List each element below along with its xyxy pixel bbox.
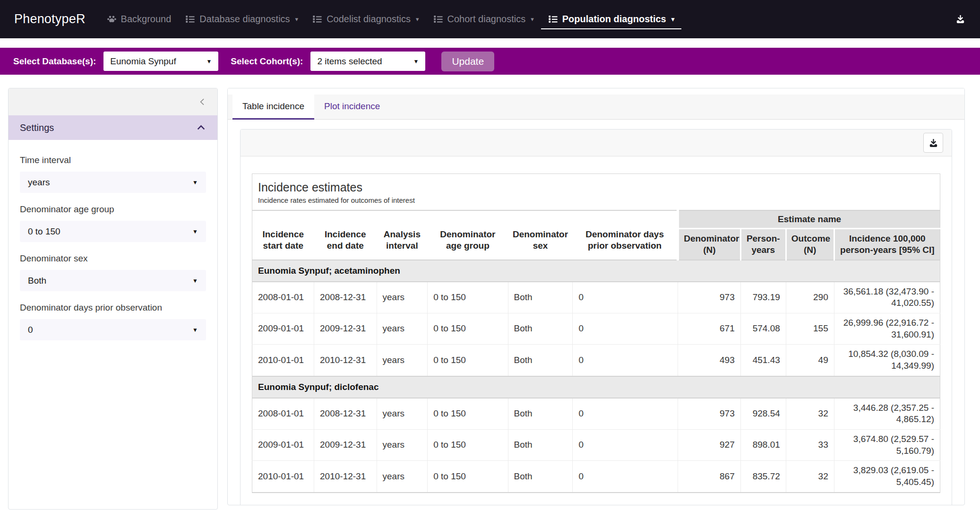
table-cell: 36,561.18 (32,473.90 - 41,020.55)	[834, 282, 940, 313]
column-header: Incidence end date	[314, 210, 377, 260]
table-row: 2008-01-012008-12-31years0 to 150Both097…	[252, 282, 940, 313]
cohort-select[interactable]: 2 items selected ▼	[310, 52, 425, 71]
list-icon	[185, 14, 195, 24]
column-header: Outcome (N)	[786, 229, 834, 260]
table-cell: years	[377, 430, 428, 461]
table-cell: 2010-01-01	[252, 461, 314, 493]
table-cell: 32	[786, 398, 834, 430]
table-title: Incidence estimates	[252, 174, 940, 196]
tab-strip-padding	[228, 88, 964, 95]
incidence-table: Incidence estimates Incidence rates esti…	[252, 173, 940, 493]
tab-plot-incidence[interactable]: Plot incidence	[314, 95, 390, 120]
table-download-button[interactable]	[923, 133, 943, 153]
select-database-label: Select Database(s):	[13, 56, 96, 67]
nav-item-label: Population diagnostics	[562, 14, 666, 25]
table-row: 2008-01-012008-12-31years0 to 150Both097…	[252, 398, 940, 430]
caret-down-icon: ▾	[416, 16, 419, 23]
table-cell: 3,446.28 (2,357.25 - 4,865.12)	[834, 398, 940, 430]
table-row: 2010-01-012010-12-31years0 to 150Both086…	[252, 461, 940, 493]
setting-select-value: Both	[28, 276, 46, 286]
column-header: Person-years	[740, 229, 786, 260]
column-header: Analysis interval	[377, 210, 428, 260]
sidebar-collapse-button[interactable]	[198, 97, 207, 106]
setting-select-value: 0 to 150	[28, 226, 60, 237]
table-cell: 671	[678, 313, 740, 344]
settings-accordion-header[interactable]: Settings	[9, 115, 217, 140]
list-icon	[548, 14, 558, 24]
nav-item-codelist-diagnostics[interactable]: Codelist diagnostics▾	[305, 9, 426, 29]
table-cell: years	[377, 461, 428, 493]
table-row: 2009-01-012009-12-31years0 to 150Both067…	[252, 313, 940, 344]
table-cell: 574.08	[740, 313, 786, 344]
settings-body: Time intervalyears▼Denominator age group…	[9, 140, 217, 352]
table-row: 2010-01-012010-12-31years0 to 150Both049…	[252, 345, 940, 376]
download-icon	[928, 138, 939, 148]
settings-sidebar: Settings Time intervalyears▼Denominator …	[8, 88, 218, 510]
table-cell: 0	[573, 345, 678, 376]
nav-item-population-diagnostics[interactable]: Population diagnostics▾	[541, 9, 682, 29]
table-cell: 2010-12-31	[314, 345, 377, 376]
table-cell: 26,999.96 (22,916.72 - 31,600.91)	[834, 313, 940, 344]
table-cell: 898.01	[740, 430, 786, 461]
table-cell: 0 to 150	[428, 461, 508, 493]
group-label: Eunomia Synpuf; acetaminophen	[252, 260, 940, 282]
top-navbar: PhenotypeR BackgroundDatabase diagnostic…	[0, 0, 980, 38]
table-row: 2009-01-012009-12-31years0 to 150Both092…	[252, 430, 940, 461]
navbar-download-button[interactable]	[955, 14, 966, 25]
caret-down-icon: ▼	[413, 58, 419, 65]
nav-item-background[interactable]: Background	[100, 9, 179, 29]
table-cell: Both	[508, 398, 573, 430]
table-cell: 2009-12-31	[314, 313, 377, 344]
table-cell: Both	[508, 461, 573, 493]
table-cell: 0	[573, 313, 678, 344]
setting-select-value: 0	[28, 325, 33, 335]
setting-select-denominator-age-group[interactable]: 0 to 150▼	[20, 221, 206, 242]
cohort-select-value: 2 items selected	[317, 56, 382, 67]
setting-label: Denominator days prior observation	[20, 303, 206, 313]
table-cell: 2009-12-31	[314, 430, 377, 461]
table-title-row: Incidence estimates	[252, 174, 940, 196]
setting-select-denominator-days-prior-observation[interactable]: 0▼	[20, 319, 206, 340]
tab-table-incidence[interactable]: Table incidence	[232, 95, 314, 120]
table-group-row: Eunomia Synpuf; diclofenac	[252, 376, 940, 398]
nav-item-database-diagnostics[interactable]: Database diagnostics▾	[178, 9, 305, 29]
table-cell: 33	[786, 430, 834, 461]
table-cell: 2008-01-01	[252, 398, 314, 430]
settings-accordion-title: Settings	[20, 122, 54, 133]
table-cell: 835.72	[740, 461, 786, 493]
setting-select-time-interval[interactable]: years▼	[20, 172, 206, 193]
table-subtitle-row: Incidence rates estimated for outcomes o…	[252, 195, 940, 210]
table-cell: 32	[786, 461, 834, 493]
table-container: Incidence estimates Incidence rates esti…	[241, 156, 952, 505]
table-cell: Both	[508, 282, 573, 313]
table-cell: 49	[786, 345, 834, 376]
content-area: Settings Time intervalyears▼Denominator …	[0, 75, 980, 510]
setting-select-denominator-sex[interactable]: Both▼	[20, 270, 206, 291]
table-cell: years	[377, 398, 428, 430]
table-header-row: Incidence start dateIncidence end dateAn…	[252, 210, 940, 229]
table-cell: 2010-12-31	[314, 461, 377, 493]
table-cell: 10,854.32 (8,030.09 - 14,349.99)	[834, 345, 940, 376]
table-cell: Both	[508, 430, 573, 461]
table-cell: 0 to 150	[428, 430, 508, 461]
chevron-up-icon	[196, 123, 206, 133]
column-header: Denominator days prior observation	[573, 210, 678, 260]
list-icon	[312, 14, 322, 24]
list-icon	[433, 14, 443, 24]
group-label: Eunomia Synpuf; diclofenac	[252, 376, 940, 398]
sidebar-top-strip	[9, 88, 217, 115]
update-button[interactable]: Update	[441, 52, 494, 71]
nav-item-cohort-diagnostics[interactable]: Cohort diagnostics▾	[426, 9, 541, 29]
tab-bar: Table incidencePlot incidence	[228, 95, 964, 120]
database-select[interactable]: Eunomia Synpuf ▼	[103, 52, 218, 71]
table-cell: 793.19	[740, 282, 786, 313]
table-cell: 867	[678, 461, 740, 493]
select-cohort-label: Select Cohort(s):	[231, 56, 303, 67]
table-group-row: Eunomia Synpuf; acetaminophen	[252, 260, 940, 282]
setting-label: Denominator age group	[20, 204, 206, 215]
table-card: Incidence estimates Incidence rates esti…	[240, 129, 952, 505]
column-header: Incidence start date	[252, 210, 314, 260]
table-cell: 0	[573, 461, 678, 493]
table-cell: Both	[508, 345, 573, 376]
table-cell: 3,829.03 (2,619.05 - 5,405.45)	[834, 461, 940, 493]
